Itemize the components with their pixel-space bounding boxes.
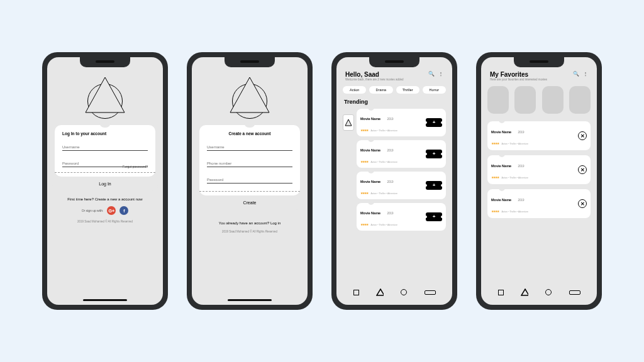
search-icon[interactable]: 🔍 xyxy=(428,71,435,77)
remove-button[interactable]: ✕ xyxy=(578,165,587,174)
remove-button[interactable]: ✕ xyxy=(578,199,587,208)
screen-favorites: My Favorites Here are your favorites and… xyxy=(481,57,597,305)
nav-rect-icon[interactable] xyxy=(569,288,581,296)
login-card: Log In to your account Forgot password? xyxy=(55,125,155,177)
favorite-card[interactable]: Movie Name 2019 ★★★★ Action • Thriller •… xyxy=(487,155,591,184)
movie-meta: Action • Thriller • Adventure xyxy=(370,161,397,163)
movie-name: Movie Name xyxy=(491,130,511,134)
notch xyxy=(369,57,419,67)
movie-row: Movie Name 2019 ★★★★ Action • Thriller •… xyxy=(343,203,446,231)
fav-thumb[interactable] xyxy=(569,86,591,114)
movie-meta: Action • Thriller • Adventure xyxy=(370,224,397,226)
movie-year: 2019 xyxy=(387,212,394,215)
signup-title: Create a new account xyxy=(207,131,292,136)
add-ticket-button[interactable]: + xyxy=(426,212,442,221)
nav-circle-icon[interactable] xyxy=(400,288,408,296)
plus-icon: + xyxy=(433,120,436,125)
remove-button[interactable]: ✕ xyxy=(578,131,587,140)
close-icon: ✕ xyxy=(580,167,585,173)
movie-year: 2019 xyxy=(518,131,525,134)
chip-drama[interactable]: Drama xyxy=(369,86,392,94)
login-button[interactable]: Log In xyxy=(52,177,158,191)
more-icon[interactable]: ⋮ xyxy=(438,71,443,77)
greeting: Hello, Saad xyxy=(345,71,403,78)
movie-row: Movie Name 2019 ★★★★ Action • Thriller •… xyxy=(343,172,446,199)
movie-name: Movie Name xyxy=(491,198,511,202)
social-signup-row: Or sign up with: G+ f xyxy=(53,206,157,215)
movie-year: 2019 xyxy=(518,165,525,168)
fav-thumb[interactable] xyxy=(487,86,509,114)
login-prompt[interactable]: You already have an account? Log in xyxy=(198,221,301,225)
home-indicator xyxy=(228,299,272,301)
nav-square-icon[interactable] xyxy=(352,288,360,296)
stars-icon: ★★★★ xyxy=(360,128,368,132)
movie-meta: Action • Thriller • Adventure xyxy=(501,211,528,213)
favorite-card[interactable]: Movie Name 2019 ★★★★ Action • Thriller •… xyxy=(487,189,591,218)
nav-triangle-icon[interactable] xyxy=(376,288,384,296)
movie-card[interactable]: Movie Name 2019 ★★★★ Action • Thriller •… xyxy=(357,140,446,168)
username-field[interactable] xyxy=(62,143,148,151)
bottom-nav xyxy=(336,288,452,296)
movie-name: Movie Name xyxy=(360,148,380,152)
movie-name: Movie Name xyxy=(360,180,380,184)
add-ticket-button[interactable]: + xyxy=(426,150,442,158)
signup-card: Create a new account xyxy=(199,125,300,195)
movie-name: Movie Name xyxy=(360,117,380,121)
nav-rect-icon[interactable] xyxy=(424,288,436,296)
chip-action[interactable]: Action xyxy=(343,86,366,94)
or-signup-label: Or sign up with: xyxy=(82,209,104,212)
forgot-password-link[interactable]: Forgot password? xyxy=(123,165,148,168)
svg-marker-3 xyxy=(377,289,384,295)
stars-icon: ★★★★ xyxy=(360,160,368,163)
signup-prompt[interactable]: First time here? Create a new a account … xyxy=(53,197,157,201)
screen-login: Log In to your account Forgot password? … xyxy=(47,57,163,305)
google-icon[interactable]: G+ xyxy=(107,206,116,215)
phone-field[interactable] xyxy=(207,160,292,167)
app-logo xyxy=(77,76,133,120)
favorite-card[interactable]: Movie Name 2019 ★★★★ Action • Thriller •… xyxy=(487,121,591,150)
plus-icon: + xyxy=(433,151,436,156)
password-field[interactable] xyxy=(207,176,292,184)
svg-marker-0 xyxy=(86,77,125,112)
movie-row: Movie Name 2019 ★★★★ Action • Thriller •… xyxy=(343,109,446,136)
facebook-icon[interactable]: f xyxy=(119,206,128,215)
bottom-nav xyxy=(481,288,597,296)
add-ticket-button[interactable]: + xyxy=(426,181,442,190)
more-icon[interactable]: ⋮ xyxy=(583,71,588,77)
movie-card[interactable]: Movie Name 2019 ★★★★ Action • Thriller •… xyxy=(357,109,446,136)
phone-login: Log In to your account Forgot password? … xyxy=(42,52,168,310)
copyright: 2019 Saad Muhamed © All Rights Reserved xyxy=(53,220,157,223)
add-ticket-button[interactable]: + xyxy=(426,118,442,127)
screen-signup: Create a new account Create You already … xyxy=(192,57,308,305)
create-button[interactable]: Create xyxy=(197,195,303,210)
fav-thumb[interactable] xyxy=(542,86,564,114)
movie-card[interactable]: Movie Name 2019 ★★★★ Action • Thriller •… xyxy=(357,203,446,231)
movie-name: Movie Name xyxy=(491,164,511,168)
svg-marker-1 xyxy=(230,77,269,112)
username-field[interactable] xyxy=(207,143,292,151)
nav-triangle-icon[interactable] xyxy=(521,288,528,296)
plus-icon: + xyxy=(433,183,436,188)
chip-horror[interactable]: Horror xyxy=(423,86,446,94)
genre-chips: Action Drama Thriller Horror xyxy=(343,86,446,94)
greeting-subtitle: Welcome back, there are 2 new movies add… xyxy=(345,78,403,81)
movie-meta: Action • Thriller • Adventure xyxy=(501,143,528,145)
favorite-thumbs xyxy=(487,86,591,114)
home-indicator xyxy=(83,299,127,301)
close-icon: ✕ xyxy=(580,201,585,207)
search-icon[interactable]: 🔍 xyxy=(573,71,579,77)
notch xyxy=(225,57,275,67)
nav-circle-icon[interactable] xyxy=(545,288,552,296)
movie-row: Movie Name 2019 ★★★★ Action • Thriller •… xyxy=(343,140,446,168)
movie-meta: Action • Thriller • Adventure xyxy=(370,129,397,132)
movie-thumb[interactable] xyxy=(343,114,354,131)
movie-year: 2019 xyxy=(518,199,525,202)
notch xyxy=(80,57,130,67)
movie-name: Movie Name xyxy=(360,211,380,215)
nav-square-icon[interactable] xyxy=(497,288,504,296)
fav-thumb[interactable] xyxy=(514,86,536,114)
phone-home: Hello, Saad Welcome back, there are 2 ne… xyxy=(331,52,457,310)
chip-thriller[interactable]: Thriller xyxy=(396,86,419,94)
stars-icon: ★★★★ xyxy=(491,175,499,179)
movie-card[interactable]: Movie Name 2019 ★★★★ Action • Thriller •… xyxy=(357,172,446,199)
